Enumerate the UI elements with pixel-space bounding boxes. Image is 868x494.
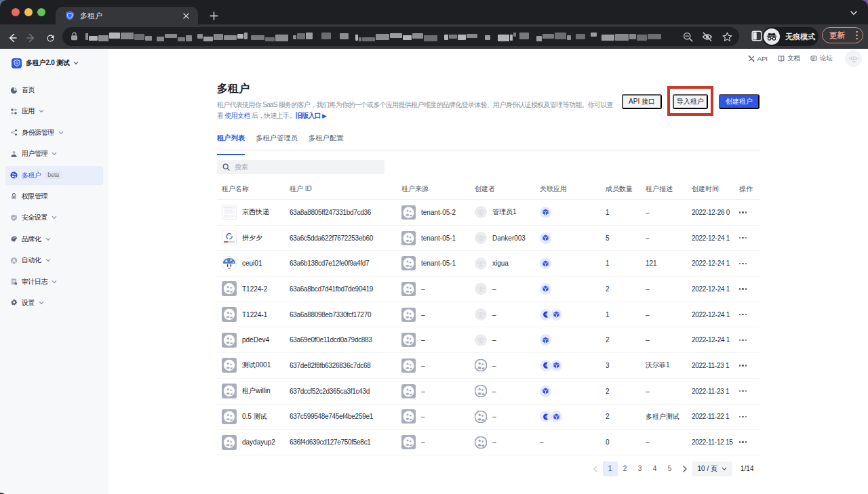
table-row[interactable]: 拼夕夕63a6c5dda622f7672253eb60tenant-05-1Da… [217, 226, 760, 251]
sidebar-item-gear[interactable]: 设置 [5, 293, 103, 312]
table-row[interactable]: 测试0001637de82f8fb6326836c7dc68––3沃尔菲1202… [217, 353, 760, 379]
row-more-icon[interactable] [739, 288, 747, 289]
row-more-icon[interactable] [739, 441, 747, 442]
description-text-2: 后，快速上手。 [250, 112, 296, 119]
pager-page-4[interactable]: 4 [648, 461, 663, 476]
tab-0[interactable]: 租户列表 [217, 131, 245, 150]
tenant-name: 京西快递 [242, 207, 269, 217]
top-link-book[interactable]: 文档 [778, 54, 800, 63]
browser-menu-icon[interactable] [856, 31, 858, 40]
bookmark-star-icon[interactable] [722, 31, 732, 42]
pager-prev-icon[interactable] [588, 461, 603, 476]
new-tab-button[interactable] [207, 9, 220, 22]
reload-button[interactable] [42, 30, 58, 46]
tenant-desc-cell: 沃尔菲1 [646, 361, 692, 370]
window-minimize-button[interactable] [24, 8, 33, 16]
forward-button[interactable] [23, 30, 39, 46]
table-row[interactable]: daydayup2636f4d639cd127e750f5e8c1–––0–20… [217, 430, 760, 455]
table-row[interactable]: T1224-263a6a8bcd7d41fbd7de90419––2–2022-… [217, 276, 760, 302]
chevron-down-icon [52, 151, 57, 157]
table-row[interactable]: ceui0163a6b138cd7e12fe0f9a4fd7tenant-05-… [217, 251, 760, 276]
row-more-icon[interactable] [739, 339, 747, 341]
tenant-name-cell: T1224-2 [222, 281, 290, 296]
create-tenant-button[interactable]: 创建租户 [719, 94, 760, 109]
table-row[interactable]: pdeDev463a69e0f0e11dcd0a79dc883––2–2022-… [217, 327, 760, 353]
apps-empty: – [540, 438, 544, 446]
sidebar-item-autoa[interactable]: 自动化 [5, 251, 103, 270]
table-row[interactable]: 京西快递63a8a8805ff247331bd7cd36tenant-05-2管… [217, 200, 760, 226]
table-row[interactable]: 0.5 测试637c599548e745ef4be259e1––2多租户测试20… [217, 405, 760, 430]
top-link-chat[interactable]: 论坛 [810, 54, 833, 63]
address-bar[interactable] [62, 27, 739, 46]
sidebar-item-tenant[interactable]: 多租户beta [5, 166, 103, 185]
pager-summary: 1/14 [741, 465, 753, 472]
linked-apps-cell [540, 283, 606, 295]
incognito-badge: 无痕模式 [762, 27, 818, 46]
doc-link[interactable]: 使用文档 [224, 112, 250, 119]
source-logo-icon [401, 333, 416, 347]
back-button[interactable] [4, 30, 20, 46]
sidebar-item-shieldcheck[interactable]: 安全设置 [5, 208, 103, 227]
row-more-icon[interactable] [739, 390, 747, 392]
table-row[interactable]: T1224-163a6a88098eb7330fcf17270––1–2022-… [217, 302, 760, 328]
eye-hidden-icon[interactable] [702, 31, 713, 42]
tab-1[interactable]: 多租户管理员 [256, 131, 298, 150]
tab-search-chevron-icon[interactable] [848, 7, 859, 18]
row-more-icon[interactable] [739, 211, 747, 213]
tenant-name-cell: 租户willin [222, 384, 290, 398]
window-close-button[interactable] [12, 8, 20, 16]
tab-close-icon[interactable] [180, 10, 191, 21]
browser-tab[interactable]: 多租户 [56, 7, 198, 24]
sidebar-item-brush[interactable]: 品牌化 [5, 230, 103, 249]
sidebar-item-permissions[interactable]: 权限管理 [5, 187, 103, 206]
browser-update-button[interactable]: 更新 [822, 27, 863, 43]
pager-page-5[interactable]: 5 [663, 461, 677, 476]
tab-2[interactable]: 多租户配置 [309, 131, 343, 150]
apps-icon [10, 108, 18, 115]
tenant-source-cell: – [401, 282, 475, 296]
tenant-desc-cell: – [646, 388, 692, 395]
pager-page-2[interactable]: 2 [618, 461, 633, 476]
creator-avatar [475, 206, 487, 218]
row-actions-cell [739, 416, 760, 417]
window-zoom-button[interactable] [37, 8, 45, 16]
pager-next-icon[interactable] [677, 461, 692, 476]
workspace-switcher[interactable]: 多租户2.0 测试 [5, 54, 103, 73]
created-time-cell: 2022-12-24 1 [692, 285, 739, 293]
row-more-icon[interactable] [739, 263, 747, 264]
api-button[interactable]: API 接口 [622, 94, 662, 109]
omnibox-actions [682, 31, 732, 42]
zoom-out-icon[interactable] [682, 31, 693, 42]
row-actions-cell [739, 314, 760, 315]
tenant-id-cell: 636f4d639cd127e750f5e8c1 [290, 438, 401, 446]
sidebar-item-share[interactable]: 身份源管理 [5, 123, 103, 142]
search-input[interactable]: 搜索 [217, 160, 384, 174]
import-tenant-button[interactable]: 导入租户 [673, 94, 708, 109]
row-actions-cell [739, 441, 760, 442]
legacy-entry-link[interactable]: 旧版入口 [296, 112, 321, 119]
user-avatar[interactable] [845, 50, 862, 67]
sidebar-item-user[interactable]: 用户管理 [5, 144, 103, 163]
sidebar-item-doc[interactable]: 审计日志 [5, 272, 103, 291]
table-row[interactable]: 租户willin637dccf52c2d365ca3f1c43d––2–2022… [217, 379, 760, 405]
pager-page-3[interactable]: 3 [633, 461, 648, 476]
page-size-value: 10 / 页 [698, 464, 717, 474]
page-actions: API 接口 导入租户 创建租户 [622, 94, 760, 109]
console-app: 多租户2.0 测试 首页应用身份源管理用户管理多租户beta权限管理安全设置品牌… [0, 49, 868, 494]
sidebar-item-label: 自动化 [22, 255, 41, 265]
row-actions-cell [739, 211, 760, 213]
tenant-name: T1224-2 [242, 285, 267, 293]
chevron-down-icon [45, 236, 51, 242]
tenant-desc-cell: 121 [646, 260, 692, 267]
tenant-logo-icon [222, 307, 237, 322]
row-more-icon[interactable] [739, 365, 747, 366]
sidebar-item-home[interactable]: 首页 [5, 81, 103, 100]
sidebar-item-apps[interactable]: 应用 [5, 102, 103, 121]
row-more-icon[interactable] [739, 237, 747, 239]
row-more-icon[interactable] [739, 416, 747, 417]
pager-page-1[interactable]: 1 [603, 461, 618, 476]
row-more-icon[interactable] [739, 314, 747, 315]
doc-icon [10, 278, 18, 285]
main-panel: API文档论坛 多租户 租户代表使用你 SaaS 服务的客户，我们将为你的一个或… [108, 49, 868, 494]
page-size-select[interactable]: 10 / 页 [692, 461, 732, 476]
